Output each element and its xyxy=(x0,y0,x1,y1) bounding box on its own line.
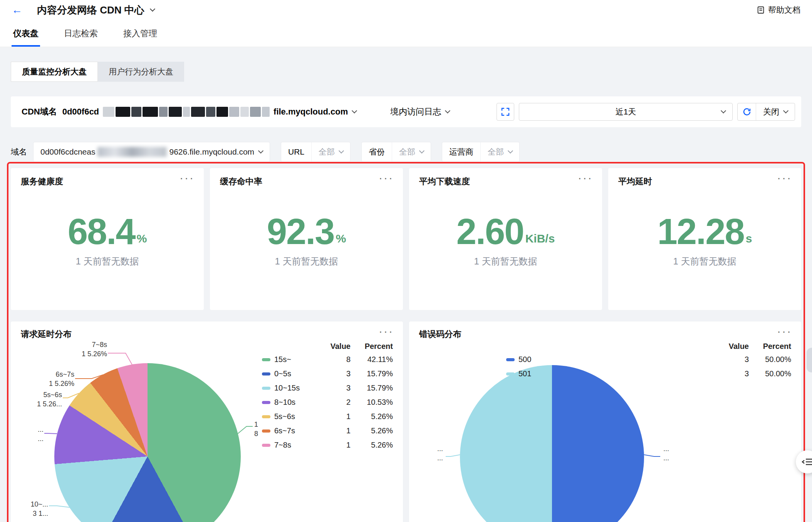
legend-swatch xyxy=(506,358,515,361)
chevron-down-icon xyxy=(258,148,263,153)
chevron-down-icon xyxy=(352,108,357,113)
board-tab-user-behavior[interactable]: 用户行为分析大盘 xyxy=(98,62,184,82)
help-doc-link[interactable]: 帮助文档 xyxy=(757,5,800,15)
top-bar: ← 内容分发网络 CDN 中心 帮助文档 xyxy=(0,0,812,20)
kpi-subtitle: 1 天前暂无数据 xyxy=(409,255,602,268)
chevron-down-icon xyxy=(721,108,726,113)
kpi-unit: % xyxy=(336,232,346,250)
legend-swatch xyxy=(262,358,270,361)
title-chevron-down-icon[interactable] xyxy=(150,6,155,12)
pie-label: 5s~6s1 5.26... xyxy=(18,390,62,409)
legend-header: Value Percent xyxy=(262,340,393,352)
kpi-unit: s xyxy=(746,232,752,250)
legend-row[interactable]: 7~8s 1 5.26% xyxy=(262,438,393,452)
url-filter: URL 全部 xyxy=(281,142,351,162)
kpi-value: 68.4 xyxy=(68,214,135,250)
more-icon[interactable]: ··· xyxy=(578,172,593,184)
chevron-down-icon xyxy=(339,148,344,153)
board-tab-quality[interactable]: 质量监控分析大盘 xyxy=(11,62,98,82)
kpi-value: 92.3 xyxy=(267,214,334,250)
more-icon[interactable]: ··· xyxy=(379,325,394,337)
kpi-unit: KiB/s xyxy=(525,232,555,250)
domain-prefix: 0d00f6cdcneas xyxy=(40,147,95,157)
latency-pie-chart[interactable] xyxy=(54,363,241,522)
close-select[interactable]: 关闭 xyxy=(756,106,795,117)
more-icon[interactable]: ··· xyxy=(777,172,792,184)
cdn-domain-suffix: file.myqcloud.com xyxy=(273,107,348,117)
legend-row[interactable]: 5s~6s 1 5.26% xyxy=(262,409,393,424)
kpi-card-service-health: 服务健康度 ··· 68.4 % 1 天前暂无数据 xyxy=(11,168,204,310)
kpi-body: 92.3 % 1 天前暂无数据 xyxy=(210,214,403,268)
list-collapse-icon xyxy=(802,456,812,468)
isp-filter: 运营商 全部 xyxy=(442,142,520,162)
chevron-down-icon xyxy=(508,148,513,153)
more-icon[interactable]: ··· xyxy=(379,172,394,184)
legend-row[interactable]: 500 3 50.00% xyxy=(506,352,791,367)
dashboard-highlight-region: 服务健康度 ··· 68.4 % 1 天前暂无数据 缓存命中率 ··· 92.3… xyxy=(7,162,805,522)
redacted-domain-blur xyxy=(97,147,167,157)
url-value: 全部 xyxy=(319,146,335,157)
kpi-unit: % xyxy=(137,232,147,250)
redacted-domain-mosaic xyxy=(103,107,270,117)
filter-bar: CDN域名 0d00f6cd file.myqcloud.com 境内访问日志 … xyxy=(11,96,801,127)
legend-row[interactable]: 6s~7s 1 5.26% xyxy=(262,424,393,438)
kpi-subtitle: 1 天前暂无数据 xyxy=(210,255,403,268)
tab-access-management[interactable]: 接入管理 xyxy=(122,20,159,47)
error-code-pie-chart[interactable] xyxy=(460,365,644,522)
pie-label: ...... xyxy=(663,444,686,463)
cdn-domain-label: CDN域名 xyxy=(22,106,57,118)
province-filter: 省份 全部 xyxy=(361,142,431,162)
chart-card-latency-distribution: 请求延时分布 ··· 7~8s1 5.26% 6s~7s1 5.26% 5s~6… xyxy=(11,322,403,522)
chart-card-error-codes: 错误码分布 ··· ...... ...... Value Percent 50… xyxy=(409,322,801,522)
url-select[interactable]: 全部 xyxy=(311,142,350,162)
filter-actions: 近1天 关闭 xyxy=(497,103,795,121)
tab-dashboard[interactable]: 仪表盘 xyxy=(12,20,40,47)
kpi-title: 服务健康度 xyxy=(21,176,194,187)
chart-title: 错误码分布 xyxy=(419,328,791,340)
more-icon[interactable]: ··· xyxy=(180,172,195,184)
legend-row[interactable]: 10~15s 3 15.79% xyxy=(262,381,393,395)
legend: Value Percent 500 3 50.00% 501 3 50.00% xyxy=(506,340,791,381)
log-scope-select[interactable]: 境内访问日志 xyxy=(390,106,450,118)
province-select[interactable]: 全部 xyxy=(392,142,431,162)
kpi-title: 缓存命中率 xyxy=(220,176,393,187)
close-label: 关闭 xyxy=(763,106,779,117)
isp-select[interactable]: 全部 xyxy=(480,142,519,162)
scrollbar-thumb[interactable] xyxy=(807,348,812,372)
province-label: 省份 xyxy=(362,146,392,157)
kpi-body: 12.28 s 1 天前暂无数据 xyxy=(608,214,801,268)
legend-row[interactable]: 15s~ 8 42.11% xyxy=(262,352,393,367)
kpi-title: 平均下载速度 xyxy=(419,176,592,187)
tabs-bar: 仪表盘 日志检索 接入管理 xyxy=(0,20,812,47)
help-doc-icon xyxy=(757,6,765,14)
legend-row[interactable]: 8~10s 2 10.53% xyxy=(262,395,393,409)
kpi-value: 12.28 xyxy=(658,214,744,250)
fullscreen-icon xyxy=(501,107,510,116)
chart-row: 请求延时分布 ··· 7~8s1 5.26% 6s~7s1 5.26% 5s~6… xyxy=(11,322,801,522)
tab-log-search[interactable]: 日志检索 xyxy=(62,20,99,47)
kpi-title: 平均延时 xyxy=(618,176,791,187)
pie-label: ...... xyxy=(20,425,44,444)
kpi-row: 服务健康度 ··· 68.4 % 1 天前暂无数据 缓存命中率 ··· 92.3… xyxy=(11,168,801,310)
legend-swatch xyxy=(262,444,270,447)
page-title: 内容分发网络 CDN 中心 xyxy=(37,3,144,17)
sub-filter-bar: 域名 0d00f6cdcneas 9626.file.myqcloud.com … xyxy=(11,142,801,162)
domain-select[interactable]: 0d00f6cdcneas 9626.file.myqcloud.com xyxy=(33,142,270,162)
province-value: 全部 xyxy=(399,146,415,157)
legend-row[interactable]: 0~5s 3 15.79% xyxy=(262,367,393,381)
refresh-button[interactable] xyxy=(738,103,756,120)
chevron-down-icon xyxy=(445,108,450,113)
cdn-domain-select[interactable]: file.myqcloud.com xyxy=(273,107,356,117)
legend-swatch xyxy=(262,415,270,418)
fullscreen-button[interactable] xyxy=(497,103,514,121)
pie-label: 7~8s1 5.26% xyxy=(61,340,107,359)
url-label: URL xyxy=(281,147,311,157)
legend-row[interactable]: 501 3 50.00% xyxy=(506,367,791,381)
kpi-subtitle: 1 天前暂无数据 xyxy=(11,255,204,268)
legend-header: Value Percent xyxy=(506,340,791,352)
more-icon[interactable]: ··· xyxy=(777,325,792,337)
pie-label: 10~...3 1... xyxy=(19,500,48,519)
isp-value: 全部 xyxy=(488,146,504,157)
time-range-select[interactable]: 近1天 xyxy=(519,103,733,121)
back-icon[interactable]: ← xyxy=(12,5,22,15)
